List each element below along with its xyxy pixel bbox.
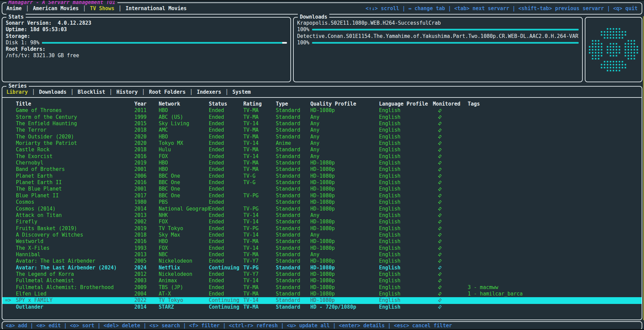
series-row-attack-on-titan[interactable]: Attack on Titan2013NHKEndedTV-14Standard… <box>2 212 642 219</box>
cell-language: English <box>379 114 433 120</box>
series-row-fullmetal-alchemist-brotherhood[interactable]: Fullmetal Alchemist: Brotherhood2009TBS … <box>2 284 642 291</box>
cell-network: HBO <box>159 107 209 114</box>
cell-quality: HD-1080p <box>310 265 379 271</box>
cell-quality: Any <box>310 134 379 140</box>
series-tab-system[interactable]: System <box>232 89 251 95</box>
cell-title: Avatar: The Last Airbender <box>16 258 134 264</box>
cell-title: Blue Planet II <box>16 193 134 199</box>
series-row-the-enfield-haunting[interactable]: The Enfield Haunting2015Sky LivingEndedT… <box>2 120 642 127</box>
cell-monitored <box>433 266 468 270</box>
servarr-tab-international-movies[interactable]: International Movies <box>126 5 187 12</box>
series-row-moriarty-the-patriot[interactable]: Moriarty the Patriot2020Tokyo MXEndedTV-… <box>2 140 642 147</box>
series-row-band-of-brothers[interactable]: Band of Brothers2001HBOEndedTV-MAStandar… <box>2 166 642 173</box>
cell-monitored <box>433 207 468 211</box>
root-folders-label: Root Folders: <box>6 46 287 52</box>
cell-network: Nickelodeon <box>159 271 209 278</box>
series-row-elfen-lied[interactable]: Elfen Lied2004AT-XEndedTV-MAStandardHD-1… <box>2 291 642 297</box>
series-tab-downloads[interactable]: Downloads <box>39 89 66 95</box>
series-row-spy-x-family[interactable]: =>SPY x FAMILY2022TV TokyoContinuingTV-1… <box>2 297 642 304</box>
series-row-the-outsider-2020[interactable]: The Outsider (2020)2020HBOEndedTV-MAStan… <box>2 134 642 140</box>
download-progress-row: 100% <box>297 40 579 46</box>
series-row-planet-earth-ii[interactable]: Planet Earth II2016BBC OneEndedTV-GStand… <box>2 179 642 186</box>
cell-language: English <box>379 271 433 278</box>
cell-year: 2022 <box>134 297 159 304</box>
series-row-storm-of-the-century[interactable]: Storm of the Century1999ABC (US)EndedTV-… <box>2 114 642 120</box>
cell-year: 2011 <box>134 107 159 114</box>
series-row-the-x-files[interactable]: The X-Files1993FOXEndedTV-14StandardHD-1… <box>2 245 642 251</box>
servarr-tab-american-movies[interactable]: American Movies <box>33 5 79 12</box>
cell-rating: TV-MA <box>243 127 276 133</box>
series-row-a-discovery-of-witches[interactable]: A Discovery of Witches2018Sky MaxEndedTV… <box>2 232 642 238</box>
tag-icon <box>438 135 442 139</box>
cell-network: FOX <box>159 245 209 251</box>
series-row-the-blue-planet[interactable]: The Blue Planet2001BBC OneEndedStandardH… <box>2 186 642 192</box>
series-row-firefly[interactable]: Firefly2002FOXEndedTV-14StandardHD-1080p… <box>2 219 642 225</box>
series-row-cosmos[interactable]: Cosmos1980PBSEndedStandardHD-1080pEnglis… <box>2 199 642 205</box>
cell-status: Ended <box>209 107 243 114</box>
cell-year: 2002 <box>134 219 159 225</box>
series-tab-indexers[interactable]: Indexers <box>197 89 221 95</box>
tag-icon <box>438 115 442 119</box>
cell-rating: TV-G <box>243 179 276 186</box>
cell-quality: HD-1080p <box>310 173 379 179</box>
cell-network: National Geographic <box>159 206 209 212</box>
servarr-tab-tv-shows[interactable]: TV Shows <box>90 5 114 12</box>
tab-separator: │ <box>32 89 35 95</box>
cell-monitored <box>433 200 468 204</box>
series-row-chernobyl[interactable]: Chernobyl2019HBOEndedTV-MAStandardHD-108… <box>2 160 642 166</box>
series-row-avatar-the-last-airbender[interactable]: Avatar: The Last Airbender2005Nickelodeo… <box>2 258 642 264</box>
cell-language: English <box>379 134 433 140</box>
series-row-cosmos-2014[interactable]: Cosmos (2014)2014National GeographicEnde… <box>2 206 642 212</box>
cell-quality: HD-1080p <box>310 291 379 297</box>
cell-rating: TV-MA <box>243 134 276 140</box>
cell-language: English <box>379 291 433 297</box>
series-row-fullmetal-alchemist[interactable]: Fullmetal Alchemist2003AnimaxEndedTV-14S… <box>2 278 642 284</box>
cell-year: 2024 <box>134 265 159 271</box>
series-row-the-legend-of-korra[interactable]: The Legend of Korra2012NickelodeonEndedT… <box>2 271 642 278</box>
servarr-tab-anime[interactable]: Anime <box>6 5 22 12</box>
cell-quality: HD-1080p <box>310 160 379 166</box>
series-row-outlander[interactable]: Outlander2014STARZContinuingTV-MAStandar… <box>2 304 642 310</box>
cell-type: Standard <box>276 193 310 199</box>
cell-year: 2005 <box>134 258 159 264</box>
series-row-castle-rock[interactable]: Castle Rock2018HuluEndedTV-MAStandardAny… <box>2 147 642 153</box>
cell-title: A Discovery of Witches <box>16 232 134 238</box>
cell-year: 2009 <box>134 284 159 291</box>
series-row-avatar-the-last-airbender-2024[interactable]: Avatar: The Last Airbender (2024)2024Net… <box>2 265 642 271</box>
series-row-westworld[interactable]: Westworld2016HBOEndedTV-MAStandardHD-108… <box>2 238 642 245</box>
servarr-tabs-panel: Managarr - A Servarr management TUI Anim… <box>2 2 642 15</box>
logo-panel <box>585 17 642 82</box>
managarr-terminal: Managarr - A Servarr management TUI Anim… <box>0 0 644 330</box>
cell-status: Ended <box>209 232 243 238</box>
cell-type: Standard <box>276 160 310 166</box>
series-tab-root-folders[interactable]: Root Folders <box>149 89 185 95</box>
cell-year: 2016 <box>134 153 159 160</box>
series-tab-history[interactable]: History <box>116 89 138 95</box>
cell-status: Ended <box>209 212 243 219</box>
cell-type: Standard <box>276 225 310 232</box>
cell-type: Standard <box>276 238 310 245</box>
series-row-planet-earth[interactable]: Planet Earth2006BBC OneEndedTV-GStandard… <box>2 173 642 179</box>
series-tab-library[interactable]: Library <box>6 89 28 95</box>
column-header-title: Title <box>16 101 134 107</box>
series-row-game-of-thrones[interactable]: Game of Thrones2011HBOEndedTV-MAStandard… <box>2 107 642 114</box>
cell-language: English <box>379 147 433 153</box>
app-title: Managarr - A Servarr management TUI <box>6 0 117 6</box>
global-keybind-hints: <↑↓> scroll | ↔ change tab | <tab> next … <box>365 5 638 12</box>
series-row-blue-planet-ii[interactable]: Blue Planet II2017BBC OneEndedTV-PGStand… <box>2 193 642 199</box>
cell-monitored <box>433 213 468 218</box>
cell-year: 2004 <box>134 291 159 297</box>
series-row-fruits-basket-2019[interactable]: Fruits Basket (2019)2019TV TokyoEndedTV-… <box>2 225 642 232</box>
cell-title: The Outsider (2020) <box>16 134 134 140</box>
series-row-the-terror[interactable]: The Terror2018AMCEndedTV-MAStandardAnyEn… <box>2 127 642 133</box>
series-tab-blocklist[interactable]: Blocklist <box>78 89 105 95</box>
tag-icon <box>438 272 442 277</box>
series-row-the-exorcist[interactable]: The Exorcist2016FOXEndedTV-14StandardAny… <box>2 153 642 160</box>
cell-title: Castle Rock <box>16 147 134 153</box>
series-row-hannibal[interactable]: Hannibal2013NBCEndedTV-MAStandardAnyEngl… <box>2 251 642 258</box>
cell-language: English <box>379 206 433 212</box>
table-header-row: TitleYearNetworkStatusRatingTypeQuality … <box>2 101 642 107</box>
cell-monitored <box>433 128 468 133</box>
cell-monitored <box>433 226 468 231</box>
cell-network: Tokyo MX <box>159 140 209 147</box>
